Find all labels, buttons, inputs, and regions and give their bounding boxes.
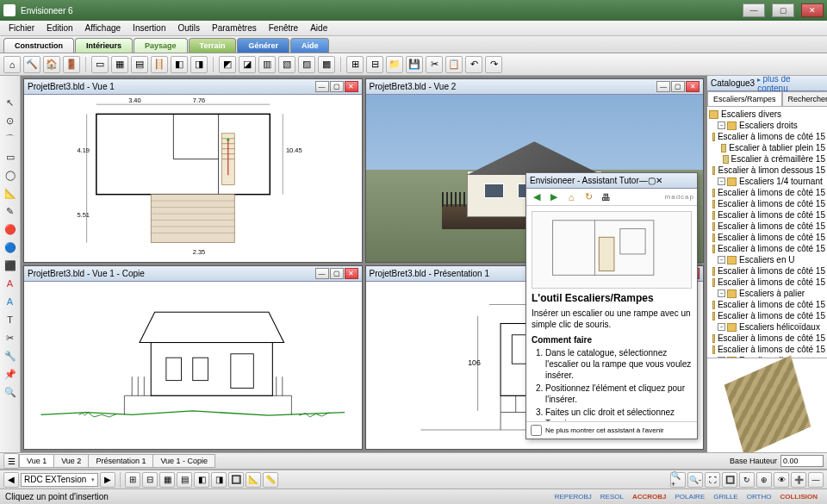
menu-parametres[interactable]: Paramètres [207,22,262,34]
left-tool-16[interactable]: 🔍 [3,384,18,400]
tutor-dontshow-checkbox[interactable] [531,425,542,436]
left-tool-2[interactable]: ⌒ [3,131,18,146]
tree-group[interactable]: −Escaliers en U [709,254,825,265]
bottom-tool-2[interactable]: ▦ [159,472,175,488]
tab-terrain[interactable]: Terrain [189,38,237,53]
toolbar-button-3[interactable]: 🚪 [63,56,80,73]
menu-fichier[interactable]: Fichier [3,22,40,34]
tree-group[interactable]: −Escaliers 1/4 tournant [709,176,825,187]
toolbar-button-19[interactable]: 💾 [406,56,423,73]
menu-fenetre[interactable]: Fenêtre [264,22,303,34]
left-tool-6[interactable]: ✎ [3,203,18,219]
left-tool-7[interactable]: 🔴 [3,221,18,237]
doc-close-icon[interactable]: ✕ [345,81,358,92]
tree-group[interactable]: −Escaliers à palier [709,288,825,299]
tree-leaf[interactable]: Escalier à limons de côté 15 [709,243,825,254]
tree-group[interactable]: −Escaliers droits [709,120,825,131]
tab-construction[interactable]: Construction [3,38,74,53]
close-button[interactable]: ✕ [801,3,824,17]
menu-edition[interactable]: Edition [41,22,78,34]
toolbar-button-6[interactable]: ▤ [131,56,148,73]
toolbar-button-9[interactable]: ◨ [190,56,208,73]
status-grille[interactable]: GRILLE [709,493,742,501]
tutor-body[interactable]: L'outil Escaliers/Rampes Insérer un esca… [526,206,697,421]
menu-insertion[interactable]: Insertion [127,22,171,34]
tutor-header[interactable]: Envisioneer - Assistant Tutor — ▢ ✕ [526,173,697,189]
tree-leaf[interactable]: Escalier à limon dessous 15 [709,165,825,176]
menu-affichage[interactable]: Affichage [80,22,127,34]
viewtab-vue1[interactable]: Vue 1 [19,454,54,468]
tab-interieurs[interactable]: Intérieurs [75,38,133,53]
left-tool-1[interactable]: ⊙ [3,113,18,128]
tree-leaf[interactable]: Escalier à limons de côté 15 [709,265,825,277]
menu-aide[interactable]: Aide [305,22,333,34]
toolbar-button-11[interactable]: ◪ [239,56,256,73]
tab-generer[interactable]: Générer [237,38,289,53]
doc-max-icon[interactable]: ▢ [330,81,344,92]
tutor-print-icon[interactable]: 🖶 [598,190,613,205]
toolbar-button-7[interactable]: 🪜 [151,56,168,73]
catalogue-tree[interactable]: Escaliers divers−Escaliers droitsEscalie… [707,107,827,358]
status-accrobj[interactable]: ACCROBJ [628,493,671,501]
bottom-view-4[interactable]: ↻ [739,472,755,488]
toolbar-button-2[interactable]: 🏠 [43,56,60,73]
bottom-view-1[interactable]: 🔍- [687,472,703,488]
left-tool-3[interactable]: ▭ [3,149,18,165]
bottom-tool-1[interactable]: ⊟ [142,472,158,488]
bottom-view-6[interactable]: 👁 [774,472,789,488]
tree-group[interactable]: −Escaliers hélicoïdaux [709,321,825,333]
status-ortho[interactable]: ORTHO [743,493,776,501]
left-tool-5[interactable]: 📐 [3,185,18,201]
nav-next-icon[interactable]: ▶ [100,472,115,488]
bottom-view-3[interactable]: 🔲 [722,472,737,488]
toolbar-button-4[interactable]: ▭ [91,56,109,73]
doc-min-icon[interactable]: — [656,81,670,92]
bottom-view-7[interactable]: ➕ [791,472,806,488]
toolbar-button-10[interactable]: ◩ [219,56,236,73]
viewtab-menu-icon[interactable]: ☰ [3,453,19,469]
toolbar-button-1[interactable]: 🔨 [23,56,40,73]
viewtab-vue2[interactable]: Vue 2 [53,454,89,468]
toolbar-button-22[interactable]: ↶ [465,56,482,73]
left-tool-8[interactable]: 🔵 [3,240,18,255]
left-tool-4[interactable]: ◯ [3,167,18,183]
bottom-view-5[interactable]: ⊕ [756,472,772,488]
toolbar-button-23[interactable]: ↷ [485,56,502,73]
toolbar-button-16[interactable]: ⊞ [346,56,364,73]
left-tool-15[interactable]: 📌 [3,366,18,382]
doc-header[interactable]: ProjetBret3.bld - Vue 1 - Copie — ▢ ✕ [24,266,362,282]
bottom-tool-3[interactable]: ▤ [177,472,192,488]
bottom-view-8[interactable]: — [808,472,824,488]
toolbar-button-0[interactable]: ⌂ [3,56,21,73]
tutor-home-icon[interactable]: ⌂ [563,190,579,205]
doc-max-icon[interactable]: ▢ [330,268,344,279]
catalogue-tab-rechercher[interactable]: Rechercher [782,91,827,106]
tree-leaf[interactable]: Escalier à limons de côté 15 [709,131,825,142]
tutor-close-icon[interactable]: ✕ [656,176,662,185]
left-tool-11[interactable]: A [3,294,18,309]
catalogue-tab-escaliers[interactable]: Escaliers/Rampes [707,91,782,106]
toolbar-button-17[interactable]: ⊟ [366,56,383,73]
doc-min-icon[interactable]: — [315,81,329,92]
left-tool-0[interactable]: ↖ [3,95,18,110]
tree-leaf[interactable]: Escalier à crémaillère 15 [709,153,825,165]
tree-leaf[interactable]: Escalier à limons de côté 15 [709,333,825,344]
toolbar-button-8[interactable]: ◧ [171,56,188,73]
maximize-button[interactable]: ▢ [772,3,794,17]
elevation-canvas[interactable] [24,282,362,449]
tree-leaf[interactable]: Escalier à tablier plein 15 [709,142,825,153]
tree-leaf[interactable]: Escalier à limons de côté 15 [709,232,825,243]
base-hauteur-input[interactable] [780,455,824,467]
viewtab-pres1[interactable]: Présentation 1 [88,454,153,468]
toolbar-button-15[interactable]: ▩ [318,56,335,73]
tree-leaf[interactable]: Escalier à limons de côté 15 [709,198,825,209]
tree-root[interactable]: Escaliers divers [709,109,825,120]
doc-close-icon[interactable]: ✕ [345,268,358,279]
status-resol[interactable]: RESOL [596,493,628,501]
viewtab-vue1copie[interactable]: Vue 1 - Copie [152,454,215,468]
bottom-tool-6[interactable]: 🔲 [228,472,244,488]
toolbar-button-14[interactable]: ▨ [298,56,315,73]
status-polaire[interactable]: POLAIRE [671,493,710,501]
tutor-min-icon[interactable]: — [639,176,648,185]
tutor-refresh-icon[interactable]: ↻ [581,190,596,205]
